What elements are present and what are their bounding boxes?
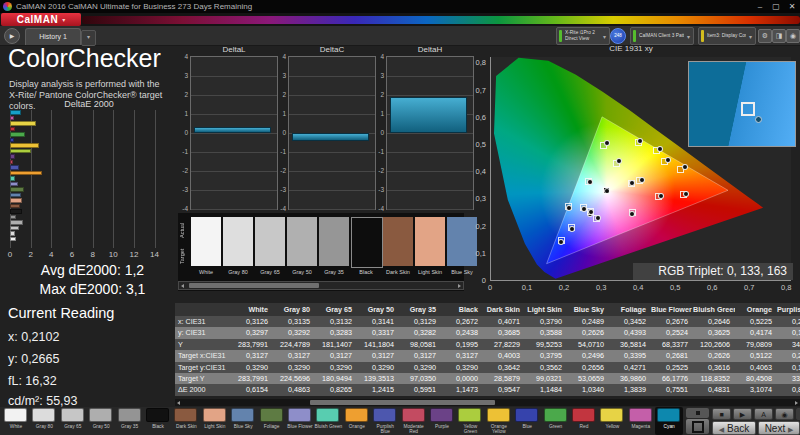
patch-comparison-strip: ActualTargetWhiteGray 80Gray 65Gray 50Gr… bbox=[178, 213, 464, 291]
delta-bar bbox=[292, 133, 369, 141]
meter-read-button[interactable]: ◉ bbox=[775, 408, 794, 420]
table-row: ΔE 20000,61540,48630,82651,24150,59511,1… bbox=[175, 384, 800, 395]
patch-button-blue-sky[interactable]: Blue Sky bbox=[229, 407, 257, 435]
table-cell: 0,5122 bbox=[735, 350, 777, 361]
grid-line bbox=[387, 152, 473, 153]
patch-label: Light Skin bbox=[201, 424, 229, 429]
meter-mode: Direct View bbox=[565, 36, 600, 42]
calman-window: CalMAN 2016 CalMAN Ultimate for Business… bbox=[0, 0, 800, 435]
patch-label: Orange Yellow bbox=[485, 424, 513, 434]
axis-tick-label: 3 bbox=[274, 72, 286, 79]
slide-play-button[interactable]: ▶ bbox=[4, 28, 20, 44]
scroll-left-arrow-icon[interactable] bbox=[177, 401, 180, 405]
scroll-left-arrow-icon[interactable] bbox=[181, 284, 184, 288]
table-cell: 79,0809 bbox=[735, 339, 777, 350]
patch-swatch bbox=[345, 408, 368, 422]
table-cell: 36,5814 bbox=[609, 339, 651, 350]
patch-button-gray-80[interactable]: Gray 80 bbox=[30, 407, 58, 435]
table-header-cell: Purplish Blue bbox=[777, 303, 800, 316]
extra-button[interactable] bbox=[796, 408, 800, 420]
table-cell: 97,0350 bbox=[399, 373, 441, 384]
patch-button-black[interactable]: Black bbox=[144, 407, 172, 435]
play-button[interactable]: ▶ bbox=[733, 408, 752, 420]
max-de2000-label: Max dE2000: 3,1 bbox=[0, 281, 185, 297]
cie-measured-blue bbox=[558, 239, 564, 245]
patch-label: Purplish Blue bbox=[371, 424, 399, 434]
maximize-button[interactable]: ▢ bbox=[768, 0, 784, 13]
table-cell: 0,3625 bbox=[693, 327, 735, 338]
display-control-dropdown[interactable]: Item3: Display Control ▾ bbox=[698, 27, 756, 45]
patch-button-purple[interactable]: Purple bbox=[428, 407, 456, 435]
table-header-cell bbox=[175, 303, 231, 316]
cie-measured-purplish-blue bbox=[569, 226, 575, 232]
patch-button-blue[interactable]: Blue bbox=[513, 407, 541, 435]
scroll-right-arrow-icon[interactable] bbox=[795, 401, 798, 405]
tab-history[interactable]: History 1 bbox=[25, 28, 81, 45]
table-header-cell: White bbox=[231, 303, 273, 316]
patch-button-orange-yellow[interactable]: Orange Yellow bbox=[485, 407, 513, 435]
table-cell: 0,3685 bbox=[483, 327, 525, 338]
patch-button-red[interactable]: Red bbox=[570, 407, 598, 435]
stop-button[interactable]: ■ bbox=[712, 408, 731, 420]
patch-button-moderate-red[interactable]: Moderate Red bbox=[400, 407, 428, 435]
patch-button-light-skin[interactable]: Light Skin bbox=[201, 407, 229, 435]
settings-gear-icon[interactable]: ⚙ bbox=[758, 29, 772, 43]
scrollbar-thumb[interactable] bbox=[310, 400, 495, 405]
patch-button-blue-flower[interactable]: Blue Flower bbox=[286, 407, 314, 435]
table-cell: 283,7991 bbox=[231, 373, 273, 384]
cie-target-black bbox=[603, 187, 610, 194]
patch-button-gray-50[interactable]: Gray 50 bbox=[87, 407, 115, 435]
table-scrollbar[interactable] bbox=[175, 399, 800, 406]
patch-button-purplish-blue[interactable]: Purplish Blue bbox=[371, 407, 399, 435]
patch-button-green[interactable]: Green bbox=[542, 407, 570, 435]
table-cell: 0,2626 bbox=[567, 327, 609, 338]
back-button[interactable]: ◀ Back bbox=[712, 421, 756, 435]
de2000-bar-moderate-red bbox=[10, 160, 13, 165]
scroll-right-arrow-icon[interactable] bbox=[458, 284, 461, 288]
patch-button-magenta[interactable]: Magenta bbox=[627, 407, 655, 435]
patch-button-foliage[interactable]: Foliage bbox=[258, 407, 286, 435]
grid-line bbox=[289, 114, 375, 115]
minimize-button[interactable]: – bbox=[752, 0, 768, 13]
meter-dropdown[interactable]: X-Rite i1Pro 2 Direct View ▾ bbox=[556, 27, 610, 45]
auto-advance-button[interactable]: A bbox=[754, 408, 773, 420]
grid-line bbox=[289, 76, 375, 77]
next-button[interactable]: Next ▶ bbox=[758, 421, 800, 435]
patch-label: Yellow Green bbox=[456, 424, 484, 434]
pattern-mini-button[interactable] bbox=[686, 408, 709, 418]
patch-button-gray-35[interactable]: Gray 35 bbox=[116, 407, 144, 435]
patch-button-bluish-green[interactable]: Bluish Green bbox=[314, 407, 342, 435]
patch-button-cyan[interactable]: Cyan bbox=[655, 407, 683, 435]
table-header-cell: Black bbox=[441, 303, 483, 316]
meter-sync-badge[interactable]: 248 bbox=[610, 28, 626, 44]
patch-swatch bbox=[402, 408, 425, 422]
source-dropdown[interactable]: CalMAN Client 3 Patterns Generator ▾ bbox=[630, 27, 694, 45]
table-header-cell: Dark Skin bbox=[483, 303, 525, 316]
patch-button-white[interactable]: White bbox=[2, 407, 30, 435]
patch-button-dark-skin[interactable]: Dark Skin bbox=[172, 407, 200, 435]
axis-tick-label: 0,7 bbox=[466, 86, 486, 95]
close-button[interactable]: ✕ bbox=[784, 0, 800, 13]
axis-tick-label: 0,5 bbox=[466, 140, 486, 149]
table-cell: 33,357 bbox=[777, 373, 800, 384]
table-cell: 0,3290 bbox=[231, 362, 273, 373]
patch-button-yellow-green[interactable]: Yellow Green bbox=[456, 407, 484, 435]
strip-patch-gray-80 bbox=[223, 217, 253, 266]
scrollbar-thumb[interactable] bbox=[189, 283, 319, 288]
layout-icon[interactable]: ◨ bbox=[772, 29, 786, 43]
patch-button-orange[interactable]: Orange bbox=[343, 407, 371, 435]
calman-menu-button[interactable]: CalMAN ▾ bbox=[1, 13, 81, 26]
patch-button-gray-65[interactable]: Gray 65 bbox=[59, 407, 87, 435]
table-cell: 0,3132 bbox=[315, 316, 357, 327]
grid-line bbox=[191, 171, 277, 172]
table-cell: 0,3290 bbox=[399, 362, 441, 373]
axis-tick-label: -2 bbox=[176, 167, 188, 174]
patch-button-yellow[interactable]: Yellow bbox=[598, 407, 626, 435]
patch-swatch bbox=[515, 408, 538, 422]
pattern-window-button[interactable] bbox=[686, 419, 709, 434]
help-icon[interactable]: ◉ bbox=[786, 29, 800, 43]
strip-scrollbar[interactable] bbox=[178, 281, 464, 290]
patch-swatch bbox=[118, 408, 141, 422]
de2000-bar-gray-80 bbox=[10, 231, 15, 236]
table-row-label: Target x:CIE31 bbox=[175, 350, 231, 361]
